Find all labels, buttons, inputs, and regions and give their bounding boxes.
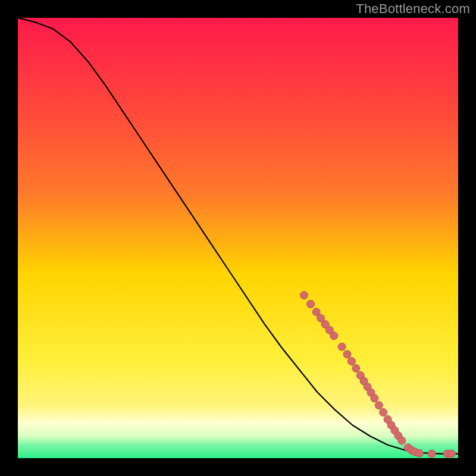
data-point <box>375 402 383 409</box>
data-point <box>347 358 355 365</box>
data-point <box>380 409 387 416</box>
chart-svg <box>18 18 458 458</box>
data-point <box>343 350 351 358</box>
data-point <box>415 449 423 457</box>
data-point <box>352 365 360 372</box>
data-point <box>330 332 338 340</box>
data-point <box>307 300 315 308</box>
data-point <box>428 450 436 458</box>
data-point <box>447 450 455 458</box>
data-point <box>398 437 406 444</box>
chart-frame: TheBottleneck.com <box>0 0 476 476</box>
data-point <box>300 292 308 299</box>
watermark-label: TheBottleneck.com <box>356 1 470 17</box>
data-point <box>371 394 378 402</box>
data-point <box>338 343 346 350</box>
gradient-background <box>18 18 458 458</box>
plot-area <box>18 18 458 458</box>
